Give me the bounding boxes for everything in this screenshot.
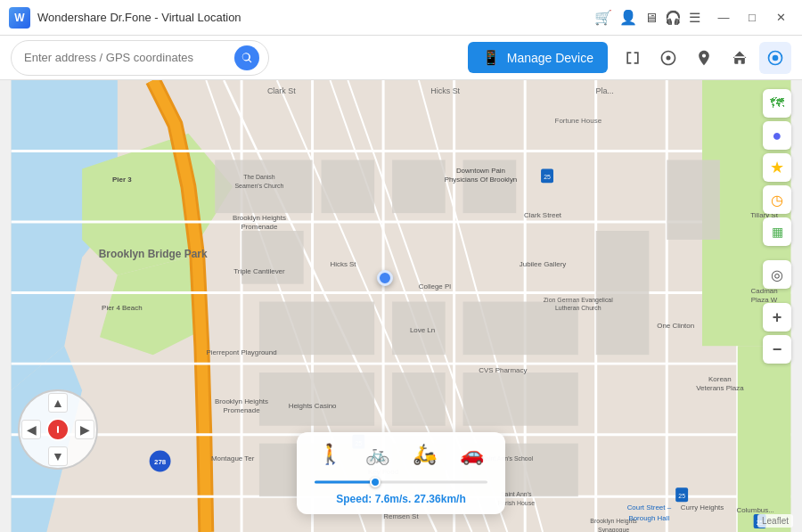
svg-rect-33 — [259, 302, 374, 356]
speed-panel: 🚶 🚲 🛵 🚗 Speed: 7.6m/s. 27.36km/h — [297, 432, 505, 514]
jump-teleport-button[interactable] — [724, 42, 756, 74]
svg-text:Jubilee Gallery: Jubilee Gallery — [520, 260, 567, 268]
svg-text:Curry Heights: Curry Heights — [681, 503, 724, 512]
svg-text:Clark Street: Clark Street — [524, 211, 562, 219]
window-controls: — □ ✕ — [711, 7, 793, 29]
svg-text:Pierrepont Playground: Pierrepont Playground — [207, 348, 277, 356]
svg-text:Physicians Of Brooklyn: Physicians Of Brooklyn — [445, 176, 518, 184]
svg-text:Promenade: Promenade — [241, 223, 278, 231]
search-box — [11, 40, 269, 76]
svg-text:Fortune House: Fortune House — [555, 117, 602, 125]
svg-text:Veterans Plaza: Veterans Plaza — [696, 384, 744, 392]
zoom-out-button[interactable]: − — [763, 335, 791, 364]
svg-rect-99 — [57, 426, 59, 433]
star-icon-btn[interactable]: ★ — [763, 153, 791, 182]
svg-text:Seamen's Church: Seamen's Church — [234, 183, 283, 189]
zoom-in-button[interactable]: + — [763, 303, 791, 331]
photos-icon-btn[interactable]: ▦ — [763, 217, 791, 246]
maximize-button[interactable]: □ — [740, 7, 765, 29]
search-input[interactable] — [24, 51, 227, 64]
walk-icon[interactable]: 🚶 — [315, 441, 346, 468]
minimize-button[interactable]: — — [711, 7, 736, 29]
svg-text:Zion German Evangelical: Zion German Evangelical — [544, 297, 613, 304]
svg-text:One Clinton: One Clinton — [657, 322, 694, 330]
compass-up-button[interactable]: ▲ — [48, 393, 68, 413]
speed-ms: 7.6m/s. — [375, 493, 412, 505]
svg-text:Pier 4 Beach: Pier 4 Beach — [102, 304, 142, 312]
search-button[interactable] — [234, 45, 259, 70]
speed-prefix: Speed: — [336, 493, 374, 505]
one-stop-mode-button[interactable] — [652, 42, 684, 74]
svg-text:Love Ln: Love Ln — [410, 326, 435, 334]
toolbar-icons — [617, 42, 791, 74]
svg-text:25: 25 — [544, 174, 551, 180]
titlebar: W Wondershare Dr.Fone - Virtual Location… — [0, 0, 802, 36]
svg-rect-42 — [596, 231, 650, 355]
svg-rect-43 — [667, 160, 720, 239]
user-icon[interactable]: 👤 — [619, 9, 637, 26]
svg-text:Synagogue: Synagogue — [598, 527, 629, 532]
map-right-controls: 🗺 ● ★ ◷ ▦ ◎ + − — [761, 89, 793, 523]
compass-left-button[interactable]: ◀ — [21, 420, 41, 439]
teleport-mode-button[interactable] — [617, 42, 649, 74]
transport-icons: 🚶 🚲 🛵 🚗 — [315, 441, 487, 468]
svg-text:Promenade: Promenade — [224, 406, 261, 414]
svg-text:278: 278 — [154, 458, 167, 466]
svg-text:Pla...: Pla... — [595, 86, 613, 95]
app-logo: W — [9, 7, 30, 29]
svg-text:Brooklyn Heights: Brooklyn Heights — [215, 397, 268, 405]
svg-point-0 — [667, 55, 671, 60]
svg-text:Clark St: Clark St — [267, 86, 296, 95]
clock-icon-btn[interactable]: ◷ — [763, 185, 791, 214]
manage-device-label: Manage Device — [507, 51, 593, 65]
list-icon[interactable]: ☰ — [689, 10, 700, 26]
svg-rect-29 — [241, 231, 304, 284]
settings-button[interactable] — [759, 42, 791, 74]
svg-text:Court Street –: Court Street – — [627, 503, 672, 512]
svg-text:Triple Cantilever: Triple Cantilever — [233, 267, 285, 275]
svg-text:Heights Casino: Heights Casino — [289, 402, 337, 410]
manage-device-button[interactable]: 📱 Manage Device — [468, 42, 608, 73]
svg-text:Korean: Korean — [708, 375, 732, 383]
compass: ▲ ▼ ◀ ▶ — [18, 389, 98, 470]
bike-icon[interactable]: 🚲 — [362, 441, 393, 468]
cart-icon[interactable]: 🛒 — [594, 9, 612, 26]
svg-text:Montague Ter: Montague Ter — [211, 454, 255, 462]
svg-text:Downtown Pain: Downtown Pain — [456, 167, 505, 175]
compass-down-button[interactable]: ▼ — [48, 446, 68, 466]
map-container[interactable]: Clark St Hicks St Pla... Fortune House P… — [0, 80, 802, 532]
svg-text:Pier 3: Pier 3 — [112, 176, 132, 184]
svg-text:Brooklyn Heights: Brooklyn Heights — [233, 214, 286, 222]
svg-text:Hicks St: Hicks St — [330, 260, 356, 268]
speed-slider[interactable] — [315, 475, 487, 489]
compass-right-button[interactable]: ▶ — [75, 420, 94, 439]
location-dot — [377, 270, 393, 286]
svg-text:College Pl: College Pl — [419, 282, 451, 291]
svg-text:Lutheran Church: Lutheran Church — [555, 305, 602, 311]
moped-icon[interactable]: 🛵 — [409, 441, 440, 468]
google-maps-icon-btn[interactable]: 🗺 — [763, 89, 791, 118]
toolbar: 📱 Manage Device — [0, 36, 802, 80]
svg-text:25: 25 — [678, 493, 685, 499]
multi-stop-mode-button[interactable] — [688, 42, 720, 74]
svg-rect-30 — [322, 160, 375, 213]
svg-rect-38 — [463, 372, 578, 426]
discord-icon-btn[interactable]: ● — [763, 121, 791, 150]
svg-text:Hicks St: Hicks St — [430, 86, 460, 95]
desktop-icon[interactable]: 🖥 — [644, 10, 658, 25]
svg-rect-36 — [259, 372, 374, 426]
car-icon[interactable]: 🚗 — [456, 441, 487, 468]
svg-text:Saint Ann's: Saint Ann's — [501, 491, 532, 497]
close-button[interactable]: ✕ — [768, 7, 793, 29]
recenter-button[interactable]: ◎ — [763, 260, 791, 289]
app-title: Wondershare Dr.Fone - Virtual Location — [37, 11, 594, 24]
headphone-icon[interactable]: 🎧 — [665, 10, 682, 26]
svg-text:Brooklyn Bridge Park: Brooklyn Bridge Park — [99, 248, 208, 260]
svg-text:CVS Pharmacy: CVS Pharmacy — [479, 366, 527, 374]
main-content: 📱 Manage Device — [0, 36, 802, 532]
svg-text:The Danish: The Danish — [243, 174, 275, 180]
leaflet-badge: Leaflet — [757, 514, 793, 528]
compass-center[interactable] — [46, 418, 70, 441]
svg-rect-37 — [392, 372, 446, 426]
speed-label: Speed: 7.6m/s. 27.36km/h — [315, 493, 487, 505]
